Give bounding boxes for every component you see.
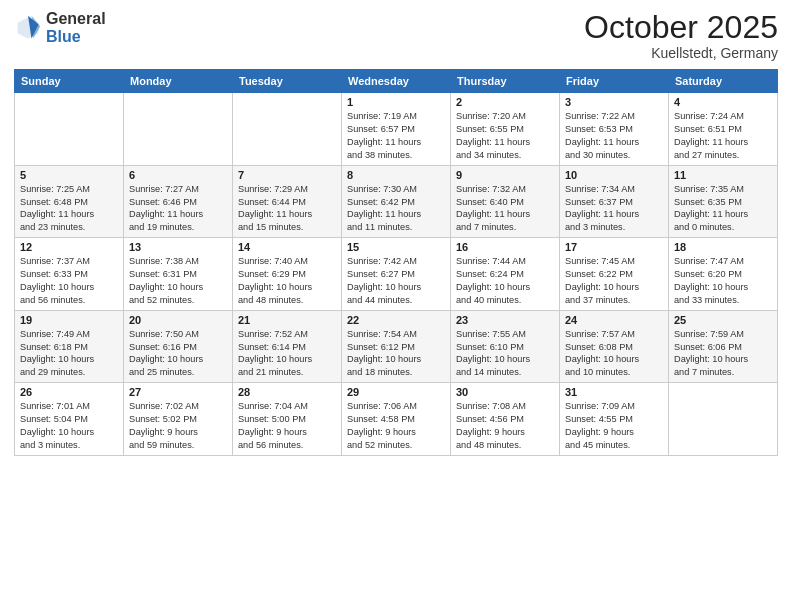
day-number: 19 [20,314,118,326]
calendar-cell [124,93,233,166]
page: General Blue October 2025 Kuellstedt, Ge… [0,0,792,612]
calendar-week-1: 1Sunrise: 7:19 AM Sunset: 6:57 PM Daylig… [15,93,778,166]
day-info: Sunrise: 7:32 AM Sunset: 6:40 PM Dayligh… [456,183,554,235]
day-number: 7 [238,169,336,181]
day-info: Sunrise: 7:08 AM Sunset: 4:56 PM Dayligh… [456,400,554,452]
day-number: 15 [347,241,445,253]
calendar-cell: 22Sunrise: 7:54 AM Sunset: 6:12 PM Dayli… [342,310,451,383]
day-info: Sunrise: 7:27 AM Sunset: 6:46 PM Dayligh… [129,183,227,235]
header-saturday: Saturday [669,70,778,93]
calendar-cell: 23Sunrise: 7:55 AM Sunset: 6:10 PM Dayli… [451,310,560,383]
logo: General Blue [14,10,106,45]
calendar-cell: 5Sunrise: 7:25 AM Sunset: 6:48 PM Daylig… [15,165,124,238]
day-info: Sunrise: 7:35 AM Sunset: 6:35 PM Dayligh… [674,183,772,235]
logo-blue: Blue [46,28,81,45]
day-number: 23 [456,314,554,326]
day-info: Sunrise: 7:25 AM Sunset: 6:48 PM Dayligh… [20,183,118,235]
calendar-cell: 20Sunrise: 7:50 AM Sunset: 6:16 PM Dayli… [124,310,233,383]
day-number: 12 [20,241,118,253]
day-info: Sunrise: 7:40 AM Sunset: 6:29 PM Dayligh… [238,255,336,307]
calendar-cell: 6Sunrise: 7:27 AM Sunset: 6:46 PM Daylig… [124,165,233,238]
day-info: Sunrise: 7:57 AM Sunset: 6:08 PM Dayligh… [565,328,663,380]
calendar-cell: 28Sunrise: 7:04 AM Sunset: 5:00 PM Dayli… [233,383,342,456]
day-info: Sunrise: 7:44 AM Sunset: 6:24 PM Dayligh… [456,255,554,307]
calendar-cell: 30Sunrise: 7:08 AM Sunset: 4:56 PM Dayli… [451,383,560,456]
day-info: Sunrise: 7:29 AM Sunset: 6:44 PM Dayligh… [238,183,336,235]
calendar-cell: 29Sunrise: 7:06 AM Sunset: 4:58 PM Dayli… [342,383,451,456]
calendar-cell: 1Sunrise: 7:19 AM Sunset: 6:57 PM Daylig… [342,93,451,166]
day-number: 24 [565,314,663,326]
day-info: Sunrise: 7:30 AM Sunset: 6:42 PM Dayligh… [347,183,445,235]
calendar-cell: 4Sunrise: 7:24 AM Sunset: 6:51 PM Daylig… [669,93,778,166]
day-number: 6 [129,169,227,181]
day-info: Sunrise: 7:24 AM Sunset: 6:51 PM Dayligh… [674,110,772,162]
calendar-cell: 27Sunrise: 7:02 AM Sunset: 5:02 PM Dayli… [124,383,233,456]
calendar-header-row: Sunday Monday Tuesday Wednesday Thursday… [15,70,778,93]
calendar-week-4: 19Sunrise: 7:49 AM Sunset: 6:18 PM Dayli… [15,310,778,383]
calendar-cell: 3Sunrise: 7:22 AM Sunset: 6:53 PM Daylig… [560,93,669,166]
calendar-week-2: 5Sunrise: 7:25 AM Sunset: 6:48 PM Daylig… [15,165,778,238]
day-number: 25 [674,314,772,326]
day-info: Sunrise: 7:55 AM Sunset: 6:10 PM Dayligh… [456,328,554,380]
calendar-cell: 21Sunrise: 7:52 AM Sunset: 6:14 PM Dayli… [233,310,342,383]
day-number: 2 [456,96,554,108]
day-info: Sunrise: 7:49 AM Sunset: 6:18 PM Dayligh… [20,328,118,380]
calendar-cell: 14Sunrise: 7:40 AM Sunset: 6:29 PM Dayli… [233,238,342,311]
month-title: October 2025 [584,10,778,45]
day-number: 20 [129,314,227,326]
calendar-cell: 10Sunrise: 7:34 AM Sunset: 6:37 PM Dayli… [560,165,669,238]
calendar-cell: 31Sunrise: 7:09 AM Sunset: 4:55 PM Dayli… [560,383,669,456]
day-number: 30 [456,386,554,398]
logo-text: General Blue [46,10,106,45]
day-info: Sunrise: 7:42 AM Sunset: 6:27 PM Dayligh… [347,255,445,307]
day-number: 1 [347,96,445,108]
calendar-cell: 16Sunrise: 7:44 AM Sunset: 6:24 PM Dayli… [451,238,560,311]
day-number: 11 [674,169,772,181]
day-number: 13 [129,241,227,253]
header-tuesday: Tuesday [233,70,342,93]
day-number: 16 [456,241,554,253]
calendar-cell: 8Sunrise: 7:30 AM Sunset: 6:42 PM Daylig… [342,165,451,238]
calendar-cell: 19Sunrise: 7:49 AM Sunset: 6:18 PM Dayli… [15,310,124,383]
day-info: Sunrise: 7:38 AM Sunset: 6:31 PM Dayligh… [129,255,227,307]
calendar-cell: 13Sunrise: 7:38 AM Sunset: 6:31 PM Dayli… [124,238,233,311]
calendar-cell: 26Sunrise: 7:01 AM Sunset: 5:04 PM Dayli… [15,383,124,456]
day-number: 3 [565,96,663,108]
title-block: October 2025 Kuellstedt, Germany [584,10,778,61]
calendar-cell: 7Sunrise: 7:29 AM Sunset: 6:44 PM Daylig… [233,165,342,238]
day-info: Sunrise: 7:04 AM Sunset: 5:00 PM Dayligh… [238,400,336,452]
header-thursday: Thursday [451,70,560,93]
day-number: 17 [565,241,663,253]
day-number: 4 [674,96,772,108]
calendar-cell: 17Sunrise: 7:45 AM Sunset: 6:22 PM Dayli… [560,238,669,311]
day-info: Sunrise: 7:52 AM Sunset: 6:14 PM Dayligh… [238,328,336,380]
day-number: 22 [347,314,445,326]
calendar-cell: 2Sunrise: 7:20 AM Sunset: 6:55 PM Daylig… [451,93,560,166]
calendar-cell: 15Sunrise: 7:42 AM Sunset: 6:27 PM Dayli… [342,238,451,311]
day-number: 31 [565,386,663,398]
calendar-cell: 11Sunrise: 7:35 AM Sunset: 6:35 PM Dayli… [669,165,778,238]
day-info: Sunrise: 7:54 AM Sunset: 6:12 PM Dayligh… [347,328,445,380]
day-number: 9 [456,169,554,181]
calendar-cell [233,93,342,166]
calendar-week-3: 12Sunrise: 7:37 AM Sunset: 6:33 PM Dayli… [15,238,778,311]
day-number: 5 [20,169,118,181]
day-info: Sunrise: 7:02 AM Sunset: 5:02 PM Dayligh… [129,400,227,452]
logo-general: General [46,10,106,27]
calendar-cell [669,383,778,456]
day-info: Sunrise: 7:19 AM Sunset: 6:57 PM Dayligh… [347,110,445,162]
day-number: 28 [238,386,336,398]
day-info: Sunrise: 7:20 AM Sunset: 6:55 PM Dayligh… [456,110,554,162]
day-number: 10 [565,169,663,181]
day-number: 8 [347,169,445,181]
day-info: Sunrise: 7:09 AM Sunset: 4:55 PM Dayligh… [565,400,663,452]
location: Kuellstedt, Germany [584,45,778,61]
day-info: Sunrise: 7:37 AM Sunset: 6:33 PM Dayligh… [20,255,118,307]
logo-icon [14,14,42,42]
day-info: Sunrise: 7:59 AM Sunset: 6:06 PM Dayligh… [674,328,772,380]
header-sunday: Sunday [15,70,124,93]
calendar-cell: 12Sunrise: 7:37 AM Sunset: 6:33 PM Dayli… [15,238,124,311]
header-wednesday: Wednesday [342,70,451,93]
header: General Blue October 2025 Kuellstedt, Ge… [14,10,778,61]
day-info: Sunrise: 7:45 AM Sunset: 6:22 PM Dayligh… [565,255,663,307]
